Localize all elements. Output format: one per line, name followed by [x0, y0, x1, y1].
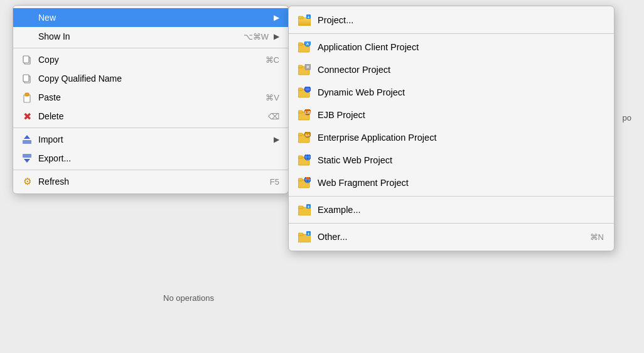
- svg-rect-16: [298, 43, 303, 45]
- enterprise-app-icon: EA: [298, 131, 311, 144]
- svg-rect-12: [298, 16, 303, 19]
- show-in-icon: [21, 30, 33, 43]
- svg-rect-20: [298, 65, 303, 68]
- svg-text:EJB: EJB: [304, 111, 311, 114]
- sub-separator-3: [289, 223, 614, 224]
- web-fragment-icon: [298, 176, 311, 190]
- copy-qualified-icon: [21, 72, 33, 85]
- other-label: Other...: [318, 232, 571, 242]
- menu-item-export[interactable]: Export...: [13, 149, 288, 168]
- enterprise-app-label: Enterprise Application Project: [318, 133, 604, 143]
- ejb-icon: EJB: [298, 108, 311, 122]
- svg-rect-6: [23, 140, 31, 144]
- new-label: New: [38, 13, 269, 23]
- project-label: Project...: [318, 15, 604, 25]
- menu-item-new[interactable]: New ▶: [13, 8, 288, 27]
- svg-marker-7: [24, 135, 30, 139]
- svg-text:+: +: [307, 232, 309, 236]
- svg-rect-24: [298, 88, 303, 90]
- export-icon: [21, 152, 33, 165]
- new-submenu: + Project... A Application Client Projec…: [288, 6, 614, 251]
- svg-point-36: [304, 155, 311, 160]
- refresh-label: Refresh: [38, 176, 251, 187]
- delete-shortcut: ⌫: [268, 112, 279, 121]
- menu-item-refresh[interactable]: ⚙ Refresh F5: [13, 172, 288, 191]
- svg-rect-27: [298, 111, 303, 113]
- submenu-item-dynamic-web[interactable]: Dynamic Web Project: [289, 81, 614, 104]
- app-client-label: Application Client Project: [318, 42, 604, 52]
- separator-1: [13, 48, 288, 48]
- svg-rect-3: [23, 75, 29, 82]
- copy-qualified-label: Copy Qualified Name: [38, 73, 279, 84]
- submenu-item-project[interactable]: + Project...: [289, 9, 614, 31]
- sub-separator-2: [289, 196, 614, 197]
- menu-item-delete[interactable]: ✖ Delete ⌫: [13, 107, 288, 126]
- submenu-item-connector[interactable]: Connector Project: [289, 58, 614, 81]
- svg-rect-8: [23, 154, 31, 158]
- connector-label: Connector Project: [318, 65, 604, 75]
- svg-text:+: +: [307, 205, 309, 209]
- svg-rect-44: [306, 177, 309, 179]
- delete-icon: ✖: [21, 110, 33, 122]
- new-arrow: ▶: [274, 13, 279, 22]
- example-label: Example...: [318, 205, 604, 215]
- other-folder-icon: +: [298, 230, 311, 244]
- svg-marker-9: [24, 159, 30, 163]
- export-label: Export...: [38, 153, 279, 163]
- menu-item-show-in[interactable]: Show In ⌥⌘W ▶: [13, 27, 288, 46]
- delete-label: Delete: [38, 111, 249, 121]
- import-arrow: ▶: [274, 135, 279, 144]
- menu-item-paste[interactable]: Paste ⌘V: [13, 88, 288, 107]
- paste-shortcut: ⌘V: [266, 93, 279, 102]
- menu-item-copy[interactable]: Copy ⌘C: [13, 50, 288, 69]
- svg-rect-50: [298, 233, 303, 236]
- svg-text:EA: EA: [306, 133, 310, 137]
- web-fragment-label: Web Fragment Project: [318, 178, 604, 188]
- submenu-item-static-web[interactable]: Static Web Project: [289, 149, 614, 171]
- menu-item-import[interactable]: Import ▶: [13, 130, 288, 149]
- ejb-label: EJB Project: [318, 110, 604, 120]
- menu-item-copy-qualified[interactable]: Copy Qualified Name: [13, 69, 288, 88]
- sub-separator-1: [289, 33, 614, 34]
- copy-label: Copy: [38, 55, 247, 65]
- svg-point-22: [306, 65, 309, 68]
- svg-rect-1: [23, 56, 29, 63]
- static-web-label: Static Web Project: [318, 155, 604, 165]
- dynamic-web-icon: [298, 85, 311, 99]
- show-in-shortcut: ⌥⌘W: [244, 32, 269, 41]
- no-operations-text: No operations: [163, 293, 214, 303]
- svg-rect-40: [298, 178, 303, 181]
- svg-rect-5: [25, 93, 29, 96]
- submenu-item-other[interactable]: + Other... ⌘N: [289, 225, 614, 248]
- static-web-icon: [298, 153, 311, 167]
- submenu-item-web-fragment[interactable]: Web Fragment Project: [289, 171, 614, 194]
- paste-icon: [21, 91, 33, 104]
- submenu-item-enterprise-app[interactable]: EA Enterprise Application Project: [289, 126, 614, 149]
- copy-icon: [21, 53, 33, 66]
- example-folder-icon: +: [298, 203, 311, 217]
- connector-icon: [298, 63, 311, 77]
- project-folder-icon: +: [298, 13, 311, 27]
- show-in-arrow: ▶: [274, 32, 279, 41]
- svg-rect-35: [298, 156, 303, 158]
- refresh-icon: ⚙: [21, 175, 33, 188]
- show-in-label: Show In: [38, 31, 225, 41]
- import-icon: [21, 133, 33, 146]
- submenu-item-ejb[interactable]: EJB EJB Project: [289, 104, 614, 126]
- svg-rect-31: [298, 133, 303, 136]
- app-client-icon: A: [298, 40, 311, 54]
- new-icon: [21, 11, 33, 24]
- separator-3: [13, 170, 288, 170]
- import-label: Import: [38, 134, 269, 144]
- submenu-item-example[interactable]: + Example...: [289, 198, 614, 221]
- dynamic-web-label: Dynamic Web Project: [318, 87, 604, 97]
- paste-label: Paste: [38, 92, 247, 102]
- svg-text:A: A: [306, 42, 309, 46]
- separator-2: [13, 128, 288, 128]
- submenu-item-app-client[interactable]: A Application Client Project: [289, 36, 614, 58]
- context-menu: New ▶ Show In ⌥⌘W ▶ Copy ⌘C Copy Qualifi…: [13, 5, 289, 194]
- refresh-shortcut: F5: [270, 177, 279, 187]
- svg-rect-46: [298, 206, 303, 209]
- bg-text-right: po: [623, 113, 631, 122]
- other-shortcut: ⌘N: [590, 232, 604, 242]
